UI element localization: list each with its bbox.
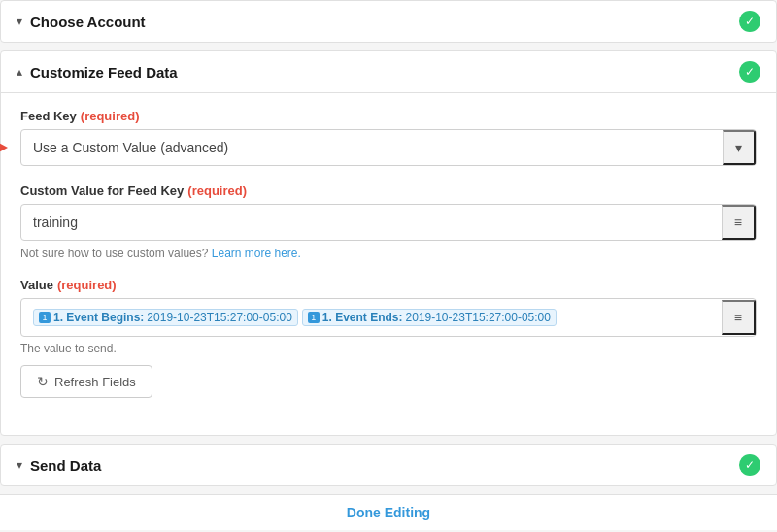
send-data-header[interactable]: ▾ Send Data ✓ — [1, 445, 776, 485]
send-data-chevron-down-icon: ▾ — [17, 458, 22, 472]
done-editing-link[interactable]: Done Editing — [347, 505, 430, 520]
event-ends-pill: 1 1. Event Ends: 2019-10-23T15:27:00-05:… — [302, 309, 557, 326]
custom-value-settings-button[interactable]: ≡ — [722, 205, 756, 240]
choose-account-header-left: ▾ Choose Account — [17, 14, 146, 30]
value-field-group: Value(required) 1 1. Event Begins: 2019-… — [20, 278, 757, 398]
learn-more-link[interactable]: Learn more here. — [212, 247, 301, 260]
done-editing-area: Done Editing — [0, 494, 777, 530]
event-begins-value: 2019-10-23T15:27:00-05:00 — [147, 311, 291, 324]
custom-value-settings-icon: ≡ — [734, 215, 742, 230]
feed-key-dropdown-button[interactable]: ▾ — [723, 130, 756, 165]
event-begins-label: 1. Event Begins: — [53, 311, 144, 324]
custom-value-input-row: ≡ — [20, 204, 757, 241]
refresh-fields-button[interactable]: ↻ Refresh Fields — [20, 365, 152, 398]
send-data-check-icon: ✓ — [739, 454, 760, 476]
value-label: Value(required) — [20, 278, 757, 292]
feed-key-label-text: Feed Key — [20, 109, 77, 123]
custom-value-input[interactable] — [21, 205, 722, 240]
customize-feed-title: Customize Feed Data — [30, 64, 178, 81]
event-ends-label: 1. Event Ends: — [322, 311, 403, 324]
choose-account-section: ▾ Choose Account ✓ — [0, 0, 777, 43]
hint-text-content: Not sure how to use custom values? — [20, 247, 208, 260]
page-wrapper: ▾ Choose Account ✓ ▴ Customize Feed Data… — [0, 0, 777, 530]
customize-feed-header-left: ▴ Customize Feed Data — [17, 64, 178, 81]
customize-feed-check-icon: ✓ — [739, 61, 760, 83]
customize-feed-chevron-up-icon: ▴ — [17, 65, 22, 79]
customize-feed-body: Feed Key(required) Use a Custom Value (a… — [1, 93, 776, 435]
custom-value-required-text: (required) — [187, 183, 247, 198]
customize-feed-header[interactable]: ▴ Customize Feed Data ✓ — [1, 51, 776, 93]
feed-key-field-group: Feed Key(required) Use a Custom Value (a… — [20, 109, 757, 166]
send-data-section: ▾ Send Data ✓ — [0, 444, 777, 486]
red-arrow-icon — [0, 135, 8, 160]
send-data-header-left: ▾ Send Data — [17, 457, 101, 474]
hint-text: Not sure how to use custom values? Learn… — [20, 247, 757, 260]
custom-value-label: Custom Value for Feed Key(required) — [20, 183, 757, 198]
value-settings-button[interactable]: ≡ — [722, 300, 756, 335]
value-required-text: (required) — [57, 278, 117, 292]
feed-key-arrow-container: Use a Custom Value (advanced) ▾ — [20, 129, 757, 166]
feed-key-dropdown-icon: ▾ — [735, 140, 742, 155]
send-data-title: Send Data — [30, 457, 101, 474]
custom-value-field-group: Custom Value for Feed Key(required) ≡ No… — [20, 183, 757, 260]
event-ends-value: 2019-10-23T15:27:00-05:00 — [406, 311, 551, 324]
customize-feed-section: ▴ Customize Feed Data ✓ Feed Key(require… — [0, 50, 777, 436]
custom-value-label-text: Custom Value for Feed Key — [20, 183, 184, 198]
event-ends-pill-icon: 1 — [308, 312, 320, 323]
value-desc: The value to send. — [20, 342, 757, 355]
value-settings-icon: ≡ — [734, 310, 742, 325]
event-begins-pill: 1 1. Event Begins: 2019-10-23T15:27:00-0… — [33, 309, 298, 326]
value-label-text: Value — [20, 278, 53, 292]
choose-account-header[interactable]: ▾ Choose Account ✓ — [1, 1, 776, 42]
feed-key-value: Use a Custom Value (advanced) — [21, 130, 723, 165]
value-content: 1 1. Event Begins: 2019-10-23T15:27:00-0… — [21, 299, 722, 336]
feed-key-input-row: Use a Custom Value (advanced) ▾ — [20, 129, 757, 166]
refresh-icon: ↻ — [37, 374, 49, 389]
choose-account-check-icon: ✓ — [739, 11, 760, 32]
choose-account-title: Choose Account — [30, 14, 146, 30]
choose-account-chevron-down-icon: ▾ — [17, 15, 22, 28]
value-field: 1 1. Event Begins: 2019-10-23T15:27:00-0… — [20, 298, 757, 337]
feed-key-required-text: (required) — [81, 109, 140, 123]
event-begins-pill-icon: 1 — [39, 312, 51, 323]
feed-key-label: Feed Key(required) — [20, 109, 757, 123]
refresh-btn-label: Refresh Fields — [54, 375, 136, 389]
